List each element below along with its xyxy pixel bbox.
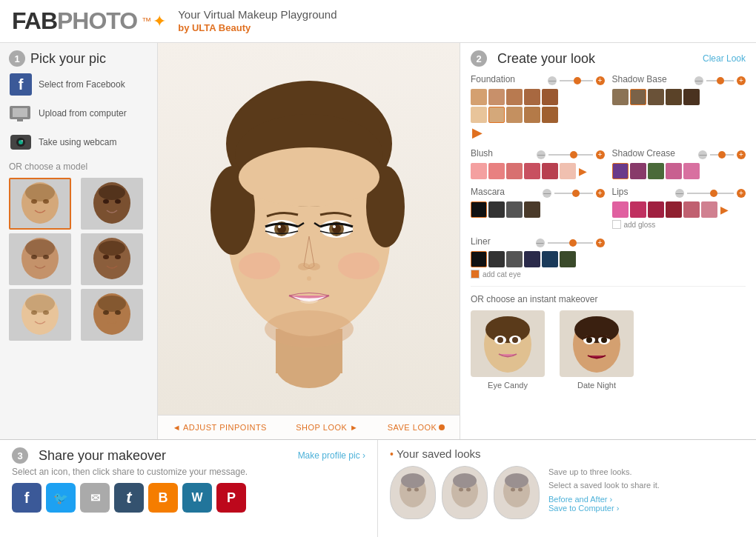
shadow-base-label: Shadow Base bbox=[612, 74, 667, 84]
cat-eye-checkbox[interactable] bbox=[471, 270, 480, 278]
share-wordpress-btn[interactable]: W bbox=[182, 483, 212, 513]
blush-color-4[interactable] bbox=[524, 163, 540, 179]
save-to-computer-link[interactable]: Save to Computer › bbox=[548, 504, 744, 513]
sb-color-3[interactable] bbox=[648, 89, 664, 105]
saved-look-3[interactable] bbox=[494, 466, 540, 519]
mascara-slider[interactable] bbox=[554, 193, 592, 194]
blush-label: Blush bbox=[471, 148, 493, 159]
liner-plus[interactable]: + bbox=[596, 239, 605, 247]
webcam-option[interactable]: Take using webcam bbox=[9, 130, 148, 154]
liner-color-3[interactable] bbox=[506, 251, 523, 267]
saved-look-1[interactable] bbox=[390, 466, 436, 519]
sc-color-5[interactable] bbox=[683, 163, 700, 179]
facebook-option[interactable]: f Select from Facebook bbox=[9, 73, 148, 96]
liner-color-1[interactable] bbox=[471, 251, 487, 267]
makeover-date-night[interactable]: Date Night bbox=[560, 310, 634, 390]
sb-color-5[interactable] bbox=[683, 89, 700, 105]
shadow-crease-minus[interactable]: — bbox=[698, 150, 707, 159]
share-blogger-btn[interactable]: B bbox=[148, 483, 178, 513]
share-pinterest-btn[interactable]: P bbox=[216, 483, 246, 513]
foundation-color-9[interactable] bbox=[524, 107, 540, 123]
blush-color-5[interactable] bbox=[542, 163, 558, 179]
liner-color-6[interactable] bbox=[560, 251, 576, 267]
blush-minus[interactable]: — bbox=[537, 150, 546, 159]
foundation-slider[interactable] bbox=[560, 80, 592, 81]
mascara-color-3[interactable] bbox=[506, 201, 523, 218]
share-twitter-btn[interactable]: 🐦 bbox=[46, 483, 76, 513]
foundation-color-3[interactable] bbox=[506, 89, 523, 105]
shadow-base-plus[interactable]: + bbox=[737, 76, 746, 85]
shadow-base-slider[interactable] bbox=[706, 80, 734, 81]
adjust-pinpoints-btn[interactable]: ◄ ADJUST PINPOINTS bbox=[173, 423, 267, 432]
foundation-color-5[interactable] bbox=[542, 89, 558, 105]
lips-color-5[interactable] bbox=[683, 201, 700, 218]
svg-point-21 bbox=[103, 255, 109, 259]
share-tumblr-btn[interactable]: t bbox=[114, 483, 144, 513]
upload-option[interactable]: Upload from computer bbox=[9, 101, 148, 125]
foundation-color-1[interactable] bbox=[471, 89, 487, 105]
model-1[interactable] bbox=[9, 178, 71, 230]
before-after-link[interactable]: Before and After › bbox=[548, 495, 744, 504]
liner-slider[interactable] bbox=[548, 242, 593, 244]
clear-look-btn[interactable]: Clear Look bbox=[703, 53, 746, 64]
foundation-minus[interactable]: — bbox=[548, 76, 557, 85]
mascara-color-2[interactable] bbox=[488, 201, 505, 218]
blush-color-6[interactable] bbox=[560, 163, 576, 179]
add-gloss-option[interactable]: add gloss bbox=[612, 220, 746, 229]
model-5[interactable] bbox=[9, 289, 71, 341]
model-2[interactable] bbox=[81, 178, 143, 230]
sc-color-2[interactable] bbox=[630, 163, 646, 179]
lips-slider[interactable] bbox=[687, 193, 734, 194]
sc-color-4[interactable] bbox=[666, 163, 682, 179]
step1-header: 1 Pick your pic bbox=[9, 50, 148, 67]
model-6[interactable] bbox=[81, 289, 143, 341]
liner-color-4[interactable] bbox=[524, 251, 540, 267]
foundation-color-2[interactable] bbox=[488, 89, 505, 105]
make-profile-btn[interactable]: Make profile pic › bbox=[298, 450, 365, 461]
share-facebook-btn[interactable]: f bbox=[12, 483, 42, 513]
lips-color-2[interactable] bbox=[630, 201, 646, 218]
model-4[interactable] bbox=[81, 233, 143, 285]
liner-color-5[interactable] bbox=[542, 251, 558, 267]
blush-color-2[interactable] bbox=[488, 163, 505, 179]
makeover-eye-candy[interactable]: Eye Candy bbox=[471, 310, 545, 390]
liner-color-2[interactable] bbox=[488, 251, 505, 267]
shop-look-btn[interactable]: SHOP LOOK ► bbox=[296, 423, 358, 432]
blush-color-3[interactable] bbox=[506, 163, 523, 179]
blush-slider[interactable] bbox=[548, 154, 592, 156]
lips-color-3[interactable] bbox=[648, 201, 664, 218]
shadow-crease-slider[interactable] bbox=[710, 154, 734, 156]
model-3[interactable] bbox=[9, 233, 71, 285]
share-email-btn[interactable]: ✉ bbox=[80, 483, 110, 513]
sc-color-3[interactable] bbox=[648, 163, 664, 179]
mascara-color-4[interactable] bbox=[524, 201, 540, 218]
lips-color-4[interactable] bbox=[666, 201, 682, 218]
foundation-color-6[interactable] bbox=[471, 107, 487, 123]
save-look-btn[interactable]: SAVE LOOK bbox=[388, 423, 445, 432]
blush-color-1[interactable] bbox=[471, 163, 487, 179]
lips-minus[interactable]: — bbox=[675, 189, 684, 198]
saved-look-2[interactable] bbox=[442, 466, 488, 519]
lips-plus[interactable]: + bbox=[737, 189, 746, 198]
add-cat-eye-option[interactable]: add cat eye bbox=[471, 270, 605, 278]
lips-color-6[interactable] bbox=[701, 201, 717, 218]
foundation-color-8[interactable] bbox=[506, 107, 523, 123]
foundation-color-7[interactable] bbox=[488, 107, 505, 123]
liner-minus[interactable]: — bbox=[536, 239, 545, 247]
sb-color-4[interactable] bbox=[666, 89, 682, 105]
foundation-color-10[interactable] bbox=[542, 107, 558, 123]
lips-color-1[interactable] bbox=[612, 201, 629, 218]
mascara-minus[interactable]: — bbox=[543, 189, 551, 198]
foundation-plus[interactable]: + bbox=[596, 76, 605, 85]
gloss-checkbox[interactable] bbox=[612, 220, 621, 229]
mascara-color-1[interactable] bbox=[471, 201, 487, 218]
sb-color-1[interactable] bbox=[612, 89, 629, 105]
sc-color-1[interactable] bbox=[612, 163, 629, 179]
shadow-base-minus[interactable]: — bbox=[694, 76, 703, 85]
foundation-color-4[interactable] bbox=[524, 89, 540, 105]
mascara-plus[interactable]: + bbox=[596, 189, 605, 198]
sb-color-2[interactable] bbox=[630, 89, 646, 105]
svg-point-30 bbox=[115, 310, 121, 315]
blush-plus[interactable]: + bbox=[596, 150, 605, 159]
shadow-crease-plus[interactable]: + bbox=[737, 150, 746, 159]
